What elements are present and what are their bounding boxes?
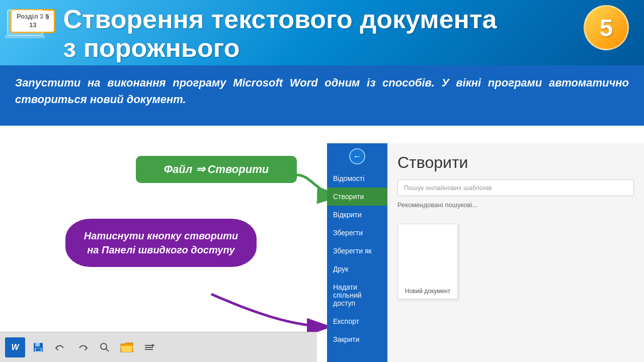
main-title: Створення текстового документа з порожнь…: [63, 5, 497, 62]
word-content-panel: Створити Пошук онлайнових шаблонів Реком…: [387, 143, 644, 362]
callout-purple-text: Натиснути кнопку створити на Панелі швид…: [84, 230, 238, 255]
svg-rect-1: [5, 35, 45, 38]
callout-purple[interactable]: Натиснути кнопку створити на Панелі швид…: [65, 219, 257, 267]
menu-button[interactable]: [140, 338, 158, 356]
header: Розділ 3 § 13 Створення текстового докум…: [0, 0, 644, 65]
number-badge-container: 5: [584, 5, 634, 55]
svg-rect-0: [8, 10, 43, 35]
word-icon[interactable]: W: [5, 337, 25, 357]
recommended-label: Рекомендовані пошукові...: [397, 201, 634, 209]
save-button[interactable]: [29, 338, 47, 356]
svg-marker-13: [152, 344, 155, 347]
sidebar-item-eksport[interactable]: Експорт: [327, 312, 387, 330]
instruction-text: Запустити на виконання програму Microsof…: [15, 74, 629, 108]
content-area: Файл ⇒ Створити Натиснути кнопку створит…: [0, 141, 644, 362]
new-doc-label: Новий документ: [405, 288, 450, 295]
search-templates-input[interactable]: Пошук онлайнових шаблонів: [397, 179, 634, 196]
sidebar-item-zberegtu[interactable]: Зберегти: [327, 224, 387, 242]
new-doc-preview[interactable]: Новий документ: [397, 224, 458, 299]
back-button[interactable]: ←: [349, 148, 365, 164]
sidebar-item-zberegty-yak[interactable]: Зберегти як: [327, 242, 387, 260]
toolbar: W: [0, 332, 317, 362]
sidebar-item-stvoriti[interactable]: Створити: [327, 188, 387, 206]
folder-button[interactable]: [118, 338, 136, 356]
sidebar-item-zakruty[interactable]: Закрити: [327, 330, 387, 348]
sidebar-item-vidomotsi[interactable]: Відомості: [327, 169, 387, 188]
callout-green-text: Файл ⇒ Створити: [164, 163, 269, 175]
laptop-icon: [3, 3, 58, 58]
svg-line-9: [106, 348, 109, 351]
sidebar-item-druk[interactable]: Друк: [327, 260, 387, 278]
sidebar-item-nadaty[interactable]: Надати спільний доступ: [327, 278, 387, 312]
sidebar-item-vidkruti[interactable]: Відкрити: [327, 206, 387, 224]
undo-button[interactable]: [51, 338, 69, 356]
svg-rect-7: [36, 348, 41, 351]
search-button[interactable]: [96, 338, 114, 356]
word-sidebar: ← Відомості Створити Відкрити Зберегти З…: [327, 143, 387, 362]
word-content-title: Створити: [397, 153, 634, 172]
instruction-box: Запустити на виконання програму Microsof…: [0, 65, 644, 126]
callout-green[interactable]: Файл ⇒ Створити: [136, 156, 297, 183]
number-badge: 5: [584, 5, 629, 50]
redo-button[interactable]: [73, 338, 92, 356]
svg-rect-5: [35, 343, 40, 346]
